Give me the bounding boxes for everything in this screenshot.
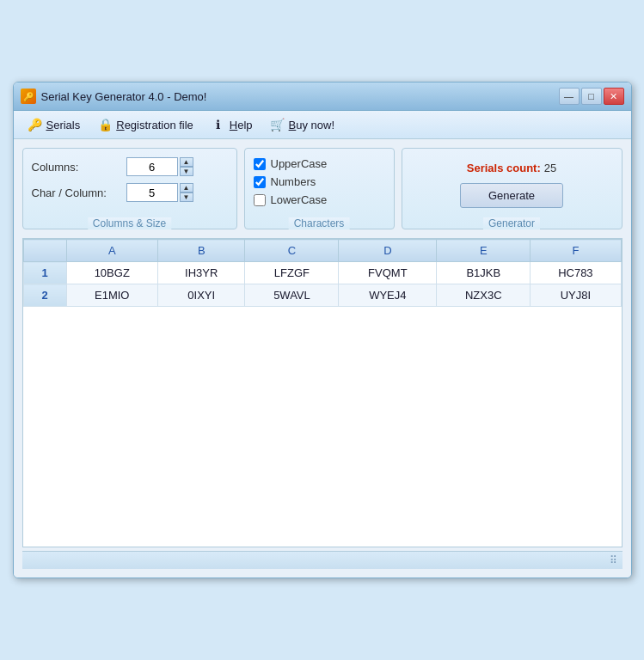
char-column-spin-up[interactable]: ▲: [180, 183, 193, 192]
uppercase-checkbox[interactable]: [254, 158, 266, 170]
char-column-spin: ▲ ▼: [180, 183, 193, 202]
serials-count-label: Serials count:: [467, 162, 541, 174]
table-cell-e: B1JKB: [437, 262, 531, 284]
table-cell-rownum: 1: [23, 262, 66, 284]
columns-size-panel-title: Columns & Size: [88, 217, 171, 229]
table-header-d: D: [339, 240, 437, 262]
columns-field-row: Columns: ▲ ▼: [32, 157, 228, 176]
table-row: 2 E1MIO 0IXYI 5WAVL WYEJ4 NZX3C UYJ8I: [23, 284, 621, 307]
close-button[interactable]: ✕: [604, 88, 624, 105]
menu-buy-now-label: Buy now!: [289, 119, 334, 131]
columns-spin-down[interactable]: ▼: [180, 167, 193, 176]
menu-item-buy-now[interactable]: 🛒 Buy now!: [263, 114, 341, 135]
characters-panel-title: Characters: [289, 217, 350, 229]
char-column-field-row: Char / Column: ▲ ▼: [32, 183, 228, 202]
uppercase-row: UpperCase: [254, 157, 385, 170]
serials-table-container: A B C D E F 1 10BGZ IH3YR LFZGF FVQMT B1…: [22, 238, 623, 547]
buy-now-icon: 🛒: [270, 117, 285, 132]
table-cell-c: LFZGF: [245, 262, 339, 284]
table-header-b: B: [157, 240, 245, 262]
lowercase-checkbox[interactable]: [254, 194, 266, 206]
columns-size-panel: Columns: ▲ ▼ Char / Column: ▲: [22, 148, 237, 229]
table-cell-e: NZX3C: [437, 284, 531, 307]
char-column-input[interactable]: [126, 183, 178, 202]
main-window: 🔑 Serial Key Generator 4.0 - Demo! — □ ✕…: [13, 82, 632, 578]
menu-serials-label: Serials: [46, 119, 81, 131]
table-header-e: E: [437, 240, 531, 262]
numbers-row: Numbers: [254, 175, 385, 188]
table-cell-a: E1MIO: [66, 284, 157, 307]
table-cell-f: UYJ8I: [531, 284, 621, 307]
menu-bar: 🔑 Serials 🔒 Registration file ℹ Help 🛒 B…: [14, 111, 631, 139]
numbers-label: Numbers: [271, 175, 316, 188]
char-column-label: Char / Column:: [32, 186, 126, 199]
menu-help-label: Help: [230, 119, 253, 131]
serials-count-value: 25: [544, 162, 556, 174]
window-title: Serial Key Generator 4.0 - Demo!: [41, 90, 207, 103]
table-header-f: F: [531, 240, 621, 262]
panels-row: Columns: ▲ ▼ Char / Column: ▲: [22, 148, 623, 229]
table-cell-f: HC783: [531, 262, 621, 284]
serials-table: A B C D E F 1 10BGZ IH3YR LFZGF FVQMT B1…: [23, 239, 622, 307]
menu-item-help[interactable]: ℹ Help: [204, 114, 260, 135]
char-column-input-group: ▲ ▼: [126, 183, 193, 202]
table-cell-b: IH3YR: [157, 262, 245, 284]
status-bar: ⠿: [22, 551, 623, 569]
menu-item-serials[interactable]: 🔑 Serials: [21, 114, 88, 135]
lowercase-row: LowerCase: [254, 193, 385, 206]
serials-icon: 🔑: [28, 117, 43, 132]
table-header-row: A B C D E F: [23, 240, 621, 262]
help-icon: ℹ: [211, 117, 226, 132]
lowercase-label: LowerCase: [271, 193, 328, 206]
registration-file-icon: 🔒: [97, 117, 113, 132]
resize-grip: ⠿: [610, 554, 617, 566]
title-buttons: — □ ✕: [559, 88, 624, 105]
table-row: 1 10BGZ IH3YR LFZGF FVQMT B1JKB HC783: [23, 262, 621, 284]
main-content: Columns: ▲ ▼ Char / Column: ▲: [14, 139, 631, 578]
serials-count-row: Serials count: 25: [467, 162, 556, 174]
columns-input[interactable]: [126, 157, 178, 176]
table-cell-d: WYEJ4: [339, 284, 437, 307]
table-cell-rownum: 2: [23, 284, 66, 307]
table-header-rownum: [23, 240, 66, 262]
columns-spin-up[interactable]: ▲: [180, 157, 193, 167]
table-cell-d: FVQMT: [339, 262, 437, 284]
maximize-button[interactable]: □: [581, 88, 602, 105]
table-cell-c: 5WAVL: [245, 284, 339, 307]
characters-panel: UpperCase Numbers LowerCase Characters: [244, 148, 395, 229]
columns-spin: ▲ ▼: [180, 157, 193, 176]
columns-label: Columns:: [32, 161, 126, 174]
menu-item-registration-file[interactable]: 🔒 Registration file: [90, 114, 200, 135]
title-bar: 🔑 Serial Key Generator 4.0 - Demo! — □ ✕: [14, 82, 631, 111]
uppercase-label: UpperCase: [271, 157, 328, 170]
table-header-c: C: [245, 240, 339, 262]
table-cell-b: 0IXYI: [157, 284, 245, 307]
title-bar-left: 🔑 Serial Key Generator 4.0 - Demo!: [21, 89, 207, 104]
table-header-a: A: [66, 240, 157, 262]
menu-registration-label: Registration file: [116, 119, 193, 131]
columns-input-group: ▲ ▼: [126, 157, 193, 176]
generate-button[interactable]: Generate: [460, 183, 563, 208]
app-icon: 🔑: [21, 89, 36, 104]
minimize-button[interactable]: —: [559, 88, 580, 105]
generator-panel-title: Generator: [483, 217, 540, 229]
generator-panel: Serials count: 25 Generate Generator: [402, 148, 623, 229]
char-column-spin-down[interactable]: ▼: [180, 192, 193, 202]
numbers-checkbox[interactable]: [254, 176, 266, 188]
table-cell-a: 10BGZ: [66, 262, 157, 284]
